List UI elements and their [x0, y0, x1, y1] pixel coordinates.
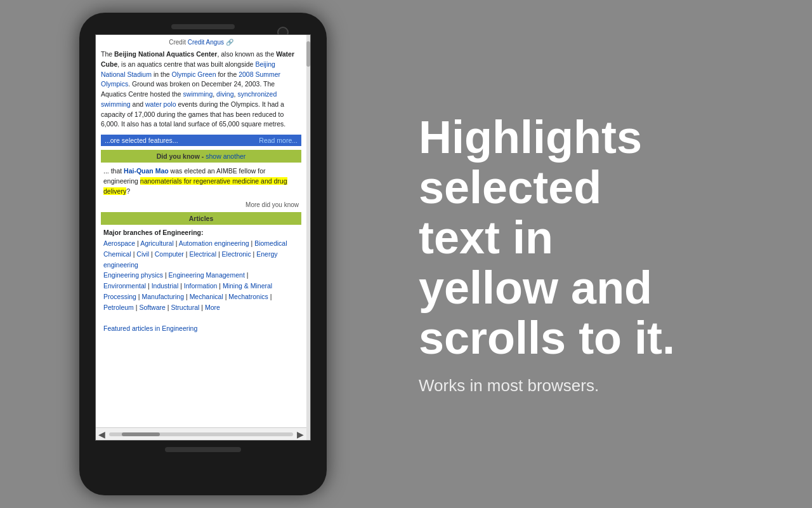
phone-area: Credit Credit Angus 🔗 The Beijing Nation…: [0, 0, 406, 508]
featured-articles-link[interactable]: Featured articles in Engineering: [103, 324, 197, 332]
more-dyk: More did you know: [101, 200, 301, 210]
link-environmental[interactable]: Environmental: [103, 282, 146, 290]
link-more[interactable]: More: [205, 304, 220, 311]
link-agricultural[interactable]: Agricultural: [140, 239, 174, 247]
phone-screen: Credit Credit Angus 🔗 The Beijing Nation…: [95, 34, 311, 441]
nav-left-btn[interactable]: ◀: [98, 429, 105, 439]
link-chemical[interactable]: Chemical: [103, 250, 131, 258]
h-scroll-track[interactable]: [109, 432, 293, 436]
diving-link[interactable]: diving: [216, 90, 233, 98]
credit-line: Credit Credit Angus 🔗: [101, 39, 301, 46]
highlighted-text: nanomaterials for regenerative medicine …: [103, 177, 287, 195]
link-engphysics[interactable]: Engineering physics: [103, 271, 163, 279]
link-engmgmt[interactable]: Engineering Management: [169, 271, 245, 279]
link-petroleum[interactable]: Petroleum: [103, 304, 134, 311]
link-mechatronics[interactable]: Mechatronics: [228, 293, 268, 300]
scrollbar-thumb[interactable]: [306, 41, 310, 67]
swimming-link[interactable]: swimming: [183, 90, 213, 98]
show-another-link[interactable]: show another: [206, 152, 246, 160]
credit-link[interactable]: Credit Angus: [188, 39, 224, 46]
link-structural[interactable]: Structural: [171, 304, 199, 311]
h-scroll-thumb[interactable]: [122, 432, 160, 436]
did-you-know-header: Did you know - show another: [101, 150, 301, 163]
phone-device: Credit Credit Angus 🔗 The Beijing Nation…: [79, 13, 327, 495]
nav-right-btn[interactable]: ▶: [297, 429, 304, 439]
selected-bar: ...ore selected features... Read more...: [101, 135, 301, 146]
right-panel: Highlightsselectedtext inyellow andscrol…: [406, 87, 812, 422]
olympic-green-link[interactable]: Olympic Green: [172, 70, 216, 78]
more-dyk-link[interactable]: More did you know: [246, 201, 299, 208]
phone-bottom-speaker: [165, 447, 241, 452]
selected-bar-left: ...ore selected features...: [105, 137, 178, 144]
article-text: The Beijing National Aquatics Center, al…: [101, 50, 301, 130]
dyk-content: ... that Hai-Quan Mao was elected an AIM…: [101, 163, 301, 200]
link-electrical[interactable]: Electrical: [189, 250, 216, 258]
link-civil[interactable]: Civil: [136, 250, 149, 258]
link-mechanical[interactable]: Mechanical: [190, 293, 223, 300]
read-more-link[interactable]: Read more...: [259, 137, 298, 144]
link-electronic[interactable]: Electronic: [222, 250, 251, 258]
link-software[interactable]: Software: [139, 304, 165, 311]
link-biomedical[interactable]: Biomedical: [254, 239, 287, 247]
articles-content: Major branches of Engineering: Aerospace…: [101, 225, 301, 337]
link-industrial[interactable]: Industrial: [152, 282, 179, 290]
link-information[interactable]: Information: [184, 282, 218, 290]
screen-bottom-bar: ◀ ▶: [96, 427, 306, 440]
link-manufacturing[interactable]: Manufacturing: [142, 293, 185, 300]
phone-speaker: [171, 24, 235, 29]
screen-content: Credit Credit Angus 🔗 The Beijing Nation…: [96, 35, 310, 440]
headline: Highlightsselectedtext inyellow andscrol…: [419, 112, 787, 364]
link-aerospace[interactable]: Aerospace: [103, 239, 135, 247]
subtext: Works in most browsers.: [419, 376, 787, 396]
water-polo-link[interactable]: water polo: [145, 100, 176, 108]
screen-inner: Credit Credit Angus 🔗 The Beijing Nation…: [96, 35, 306, 340]
scrollbar[interactable]: [306, 35, 310, 440]
link-automation[interactable]: Automation engineering: [179, 239, 249, 247]
articles-bar: Articles: [101, 212, 301, 225]
link-computer[interactable]: Computer: [155, 250, 184, 258]
haiquan-link[interactable]: Hai-Quan Mao: [124, 167, 169, 175]
